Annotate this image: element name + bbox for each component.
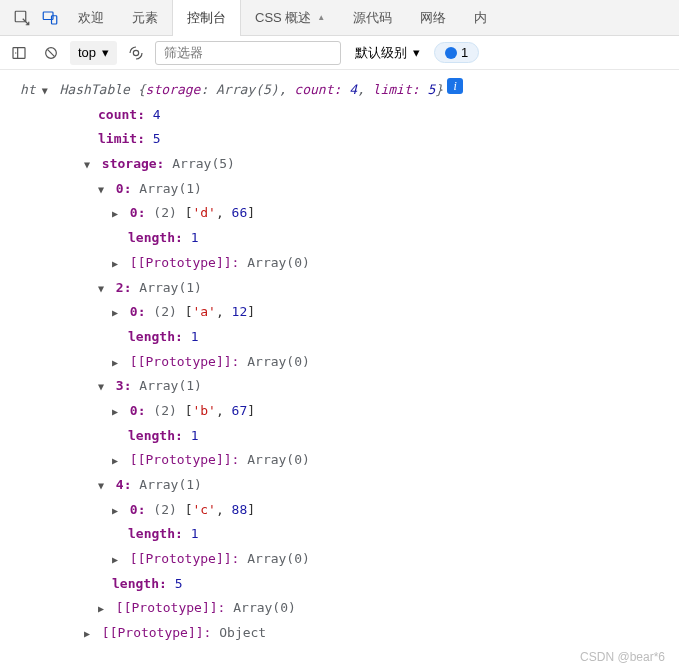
console-toolbar: top▾ 默认级别▾ 1 (0, 36, 679, 70)
context-selector[interactable]: top▾ (70, 41, 117, 65)
context-label: top (78, 45, 96, 60)
issue-count: 1 (461, 45, 468, 60)
expand-icon[interactable] (112, 300, 122, 325)
prototype-row[interactable]: [[Prototype]]: Array(0) (0, 448, 679, 473)
property-row[interactable]: length: 1 (0, 226, 679, 251)
tab-label: CSS 概述 (255, 9, 311, 27)
prototype-row[interactable]: [[Prototype]]: Array(0) (0, 251, 679, 276)
tab-sources[interactable]: 源代码 (339, 0, 406, 36)
property-row[interactable]: length: 1 (0, 325, 679, 350)
prototype-row[interactable]: [[Prototype]]: Array(0) (0, 596, 679, 621)
issue-dot-icon (445, 47, 457, 59)
svg-rect-3 (13, 47, 25, 58)
filter-input[interactable] (155, 41, 341, 65)
clear-console-icon[interactable] (38, 40, 64, 66)
object-summary: HashTable {storage: Array(5), count: 4, … (52, 78, 443, 103)
tab-console[interactable]: 控制台 (172, 0, 241, 36)
property-row[interactable]: count: 4 (0, 103, 679, 128)
array-entry[interactable]: 3: Array(1) (0, 374, 679, 399)
array-entry[interactable]: 0: Array(1) (0, 177, 679, 202)
property-row[interactable]: length: 1 (0, 424, 679, 449)
prototype-row[interactable]: [[Prototype]]: Array(0) (0, 547, 679, 572)
property-row[interactable]: storage: Array(5) (0, 152, 679, 177)
expand-icon[interactable] (98, 596, 108, 621)
sidebar-toggle-icon[interactable] (6, 40, 32, 66)
console-output: ht HashTable {storage: Array(5), count: … (0, 70, 679, 646)
device-toggle-icon[interactable] (36, 4, 64, 32)
expand-icon[interactable] (98, 177, 108, 202)
inspect-icon[interactable] (8, 4, 36, 32)
tab-network[interactable]: 网络 (406, 0, 460, 36)
expand-icon[interactable] (84, 621, 94, 646)
expand-icon[interactable] (112, 350, 122, 375)
array-entry[interactable]: 4: Array(1) (0, 473, 679, 498)
devtools-tabs: 欢迎 元素 控制台 CSS 概述▲ 源代码 网络 内 (0, 0, 679, 36)
svg-point-5 (133, 50, 138, 55)
expand-icon[interactable] (98, 473, 108, 498)
tab-elements[interactable]: 元素 (118, 0, 172, 36)
caret-down-icon: ▾ (102, 45, 109, 60)
expand-icon[interactable] (112, 448, 122, 473)
expand-icon[interactable] (112, 498, 122, 523)
level-label: 默认级别 (355, 44, 407, 62)
chevron-down-icon: ▲ (317, 13, 325, 22)
expand-icon[interactable] (84, 152, 94, 177)
expand-icon[interactable] (112, 251, 122, 276)
tab-trailing[interactable]: 内 (460, 0, 501, 36)
array-entry[interactable]: 0: (2) ['c', 88] (0, 498, 679, 523)
property-row[interactable]: length: 1 (0, 522, 679, 547)
expand-icon[interactable] (112, 547, 122, 572)
issues-button[interactable]: 1 (434, 42, 479, 63)
watermark: CSDN @bear*6 (580, 650, 665, 664)
array-entry[interactable]: 2: Array(1) (0, 276, 679, 301)
log-level-selector[interactable]: 默认级别▾ (347, 41, 428, 65)
caret-down-icon: ▾ (413, 45, 420, 60)
info-icon[interactable]: i (447, 78, 463, 94)
live-expression-icon[interactable] (123, 40, 149, 66)
expand-icon[interactable] (112, 399, 122, 424)
tab-css-overview[interactable]: CSS 概述▲ (241, 0, 339, 36)
array-entry[interactable]: 0: (2) ['a', 12] (0, 300, 679, 325)
tab-welcome[interactable]: 欢迎 (64, 0, 118, 36)
log-row[interactable]: ht HashTable {storage: Array(5), count: … (0, 78, 679, 103)
array-entry[interactable]: 0: (2) ['d', 66] (0, 201, 679, 226)
expand-icon[interactable] (42, 78, 52, 103)
expand-icon[interactable] (112, 201, 122, 226)
prototype-row[interactable]: [[Prototype]]: Object (0, 621, 679, 646)
expand-icon[interactable] (98, 276, 108, 301)
expand-icon[interactable] (98, 374, 108, 399)
variable-name: ht (0, 78, 42, 103)
property-row[interactable]: length: 5 (0, 572, 679, 597)
array-entry[interactable]: 0: (2) ['b', 67] (0, 399, 679, 424)
property-row[interactable]: limit: 5 (0, 127, 679, 152)
prototype-row[interactable]: [[Prototype]]: Array(0) (0, 350, 679, 375)
